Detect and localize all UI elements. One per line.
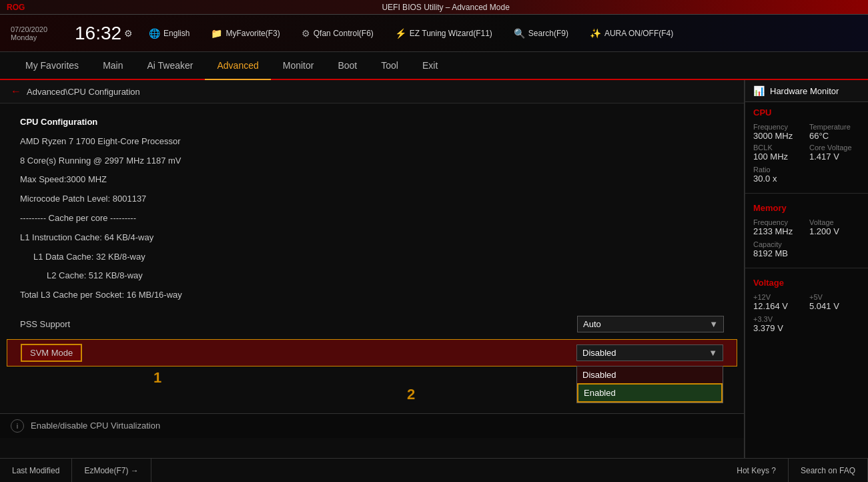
pss-dropdown[interactable]: Auto ▼ bbox=[577, 316, 724, 332]
footer-ezmode[interactable]: EzMode(F7) → bbox=[72, 459, 151, 482]
memory-section: Memory Frequency 2133 MHz Voltage 1.200 … bbox=[745, 198, 868, 264]
mem-voltage-label: Voltage 1.200 V bbox=[809, 218, 860, 236]
aura-button[interactable]: ✨ AURA ON/OFF(F4) bbox=[584, 25, 679, 41]
footer-last-modified[interactable]: Last Modified bbox=[0, 459, 72, 482]
language-icon: 🌐 bbox=[149, 28, 160, 39]
hw-monitor-header: 📊 Hardware Monitor bbox=[745, 80, 868, 102]
list-item: --------- Cache per core --------- bbox=[0, 209, 744, 228]
list-item: L1 Instruction Cache: 64 KB/4-way bbox=[0, 228, 744, 248]
voltage-section: Voltage +12V 12.164 V +5V 5.041 V +3.3V … bbox=[745, 272, 868, 338]
ez-tuning-button[interactable]: ⚡ EZ Tuning Wizard(F11) bbox=[390, 25, 498, 41]
cpu-vcore-label: Core Voltage 1.417 V bbox=[809, 144, 860, 162]
search-button[interactable]: 🔍 Search(F9) bbox=[508, 25, 574, 41]
list-item: Max Speed:3000 MHZ bbox=[0, 170, 744, 190]
svm-dropdown-box[interactable]: Disabled ▼ bbox=[576, 344, 723, 361]
mem-freq-label: Frequency 2133 MHz bbox=[753, 218, 804, 236]
dropdown-option-disabled[interactable]: Disabled bbox=[577, 367, 723, 383]
tab-ai-tweaker[interactable]: Ai Tweaker bbox=[135, 52, 205, 80]
divider-1 bbox=[745, 193, 868, 194]
right-panel: 📊 Hardware Monitor CPU Frequency 3000 MH… bbox=[745, 80, 868, 458]
v33: +3.3V 3.379 V bbox=[753, 315, 860, 333]
pss-value: Auto bbox=[583, 319, 601, 329]
svm-dropdown-container: Disabled ▼ Disabled Enabled bbox=[576, 344, 723, 361]
list-item: L2 Cache: 512 KB/8-way bbox=[0, 266, 744, 286]
left-panel: ← Advanced\CPU Configuration CPU Configu… bbox=[0, 80, 745, 458]
list-item: L1 Data Cache: 32 KB/8-way bbox=[0, 248, 744, 267]
svm-mode-row[interactable]: SVM Mode Disabled ▼ Disabled Enabled bbox=[7, 339, 737, 367]
settings-icon[interactable]: ⚙ bbox=[124, 28, 133, 39]
back-button[interactable]: ← bbox=[11, 85, 21, 97]
tab-my-favorites[interactable]: My Favorites bbox=[13, 52, 91, 80]
list-item: Total L3 Cache per Socket: 16 MB/16-way bbox=[0, 286, 744, 305]
divider-2 bbox=[745, 268, 868, 268]
svm-value: Disabled bbox=[582, 348, 616, 358]
language-label: English bbox=[163, 29, 189, 38]
title-bar: ROG UEFI BIOS Utility – Advanced Mode bbox=[0, 0, 868, 15]
hw-monitor-title: Hardware Monitor bbox=[770, 86, 839, 96]
svm-label: SVM Mode bbox=[21, 344, 576, 362]
mem-capacity: Capacity 8192 MB bbox=[753, 240, 860, 258]
ez-tuning-icon: ⚡ bbox=[395, 28, 406, 39]
svm-label-box: SVM Mode bbox=[21, 344, 82, 362]
config-list: CPU Configuration AMD Ryzen 7 1700 Eight… bbox=[0, 103, 744, 312]
v5-label: +5V 5.041 V bbox=[809, 293, 860, 311]
date: 07/20/2020 bbox=[11, 25, 64, 33]
qfan-icon: ⚙ bbox=[302, 28, 310, 39]
title-bar-text: UEFI BIOS Utility – Advanced Mode bbox=[30, 3, 861, 12]
footer-bar: Last Modified EzMode(F7) → Hot Keys ? Se… bbox=[0, 458, 868, 482]
svm-dropdown-menu: Disabled Enabled bbox=[576, 366, 723, 403]
dropdown-arrow-icon: ▼ bbox=[709, 319, 718, 329]
memory-title: Memory bbox=[753, 203, 860, 213]
language-button[interactable]: 🌐 English bbox=[143, 25, 195, 41]
list-item: 8 Core(s) Running @ 2997 MHz 1187 mV bbox=[0, 152, 744, 171]
nav-bar: My Favorites Main Ai Tweaker Advanced Mo… bbox=[0, 52, 868, 80]
day: Monday bbox=[11, 33, 64, 41]
list-item: Microcode Patch Level: 8001137 bbox=[0, 190, 744, 209]
myfavorite-button[interactable]: 📁 MyFavorite(F3) bbox=[205, 25, 285, 41]
tab-advanced[interactable]: Advanced bbox=[205, 52, 270, 80]
breadcrumb: ← Advanced\CPU Configuration bbox=[0, 80, 744, 103]
qfan-label: Qfan Control(F6) bbox=[314, 29, 374, 38]
aura-icon: ✨ bbox=[590, 28, 601, 39]
annotation-2: 2 bbox=[407, 386, 415, 403]
cpu-freq-label: Frequency 3000 MHz bbox=[753, 123, 804, 141]
list-item: CPU Configuration bbox=[0, 110, 744, 132]
cpu-title: CPU bbox=[753, 107, 860, 117]
rog-logo: ROG bbox=[7, 3, 25, 12]
pss-support-row: PSS Support Auto ▼ bbox=[0, 312, 744, 336]
cpu-temp-label: Temperature 66°C bbox=[809, 123, 860, 141]
favorites-icon: 📁 bbox=[211, 28, 222, 39]
pss-label: PSS Support bbox=[20, 319, 577, 329]
tab-main[interactable]: Main bbox=[91, 52, 135, 80]
info-icon: i bbox=[11, 419, 24, 433]
content-wrapper: ← Advanced\CPU Configuration CPU Configu… bbox=[0, 80, 868, 458]
voltage-metrics: +12V 12.164 V +5V 5.041 V bbox=[753, 293, 860, 311]
cpu-metrics: Frequency 3000 MHz Temperature 66°C BCLK… bbox=[753, 123, 860, 162]
search-label: Search(F9) bbox=[528, 29, 568, 38]
info-bar: i Enable/disable CPU Virtualization bbox=[0, 413, 744, 438]
voltage-title: Voltage bbox=[753, 278, 860, 288]
aura-label: AURA ON/OFF(F4) bbox=[604, 29, 673, 38]
myfavorite-label: MyFavorite(F3) bbox=[226, 29, 280, 38]
pss-dropdown-box[interactable]: Auto ▼ bbox=[577, 316, 724, 332]
v12-label: +12V 12.164 V bbox=[753, 293, 804, 311]
hw-monitor-icon: 📊 bbox=[753, 85, 765, 96]
qfan-button[interactable]: ⚙ Qfan Control(F6) bbox=[296, 25, 379, 41]
ez-tuning-label: EZ Tuning Wizard(F11) bbox=[410, 29, 492, 38]
datetime: 07/20/2020 Monday bbox=[11, 25, 64, 41]
annotation-1: 1 bbox=[153, 369, 161, 387]
footer-search-faq[interactable]: Search on FAQ bbox=[789, 459, 868, 482]
breadcrumb-path: Advanced\CPU Configuration bbox=[27, 87, 140, 97]
memory-metrics: Frequency 2133 MHz Voltage 1.200 V bbox=[753, 218, 860, 236]
cpu-ratio: Ratio 30.0 x bbox=[753, 166, 860, 184]
tab-boot[interactable]: Boot bbox=[326, 52, 369, 80]
dropdown-option-enabled[interactable]: Enabled bbox=[577, 383, 723, 403]
tab-exit[interactable]: Exit bbox=[410, 52, 450, 80]
time: 16:32 bbox=[75, 23, 121, 44]
footer-hotkeys[interactable]: Hot Keys ? bbox=[725, 459, 789, 482]
header-bar: 07/20/2020 Monday 16:32 ⚙ 🌐 English 📁 My… bbox=[0, 15, 868, 52]
tab-tool[interactable]: Tool bbox=[369, 52, 410, 80]
info-text: Enable/disable CPU Virtualization bbox=[31, 421, 160, 431]
cpu-bclk-label: BCLK 100 MHz bbox=[753, 144, 804, 162]
tab-monitor[interactable]: Monitor bbox=[271, 52, 326, 80]
